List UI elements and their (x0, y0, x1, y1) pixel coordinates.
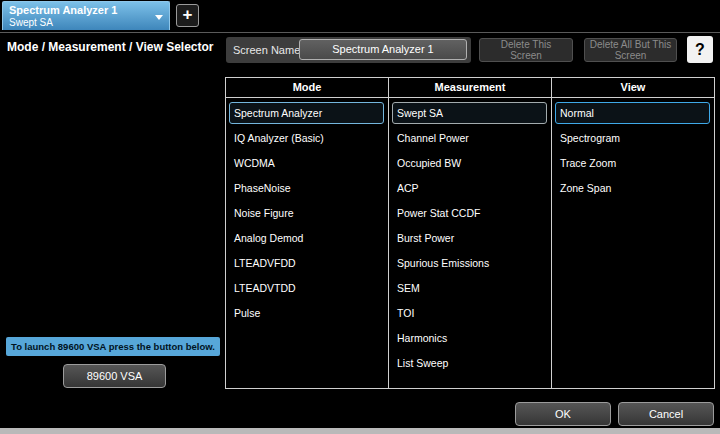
chevron-down-icon (155, 15, 163, 20)
selector-item-iq-analyzer-basic[interactable]: IQ Analyzer (Basic) (229, 127, 384, 149)
selector-item-pulse[interactable]: Pulse (229, 302, 384, 324)
view-column-items: NormalSpectrogramTrace ZoomZone Span (552, 98, 714, 388)
vsa-launch-button[interactable]: 89600 VSA (63, 364, 166, 388)
screen-tab-title: Spectrum Analyzer 1 (9, 4, 153, 17)
mode-column-header: Mode (226, 78, 388, 98)
measurement-column-items: Swept SAChannel PowerOccupied BWACPPower… (389, 98, 551, 388)
selector-item-zone-span[interactable]: Zone Span (555, 177, 710, 199)
selector-item-wcdma[interactable]: WCDMA (229, 152, 384, 174)
selector-item-power-stat-ccdf[interactable]: Power Stat CCDF (392, 202, 547, 224)
ok-button[interactable]: OK (515, 402, 611, 426)
screen-name-panel: Screen Name Spectrum Analyzer 1 (226, 37, 471, 63)
vsa-info-banner: To launch 89600 VSA press the button bel… (6, 337, 220, 356)
selector-item-phasenoise[interactable]: PhaseNoise (229, 177, 384, 199)
selector-item-noise-figure[interactable]: Noise Figure (229, 202, 384, 224)
page-title: Mode / Measurement / View Selector (7, 40, 214, 54)
selector-item-lteadvtdd[interactable]: LTEADVTDD (229, 277, 384, 299)
measurement-column: Measurement Swept SAChannel PowerOccupie… (389, 78, 552, 388)
top-bar: Spectrum Analyzer 1 Swept SA + (0, 0, 720, 33)
screen-tab-subtitle: Swept SA (9, 17, 153, 29)
selector-item-channel-power[interactable]: Channel Power (392, 127, 547, 149)
delete-this-screen-button[interactable]: Delete This Screen (479, 38, 573, 62)
selector-item-spurious-emissions[interactable]: Spurious Emissions (392, 252, 547, 274)
selector-item-acp[interactable]: ACP (392, 177, 547, 199)
view-column-header: View (552, 78, 714, 98)
selector-item-burst-power[interactable]: Burst Power (392, 227, 547, 249)
bottom-edge-strip (0, 428, 720, 434)
add-screen-button[interactable]: + (176, 4, 199, 27)
help-button[interactable]: ? (687, 36, 713, 63)
selector-item-toi[interactable]: TOI (392, 302, 547, 324)
selector-item-analog-demod[interactable]: Analog Demod (229, 227, 384, 249)
delete-all-but-this-screen-button[interactable]: Delete All But This Screen (584, 38, 677, 62)
selector-item-occupied-bw[interactable]: Occupied BW (392, 152, 547, 174)
selector-item-spectrogram[interactable]: Spectrogram (555, 127, 710, 149)
selector-item-lteadvfdd[interactable]: LTEADVFDD (229, 252, 384, 274)
mode-column: Mode Spectrum AnalyzerIQ Analyzer (Basic… (226, 78, 389, 388)
selector-item-list-sweep[interactable]: List Sweep (392, 352, 547, 374)
screen-name-label: Screen Name (233, 44, 300, 56)
selector-item-harmonics[interactable]: Harmonics (392, 327, 547, 349)
cancel-button[interactable]: Cancel (618, 402, 714, 426)
screen-tab[interactable]: Spectrum Analyzer 1 Swept SA (2, 1, 170, 30)
measurement-column-header: Measurement (389, 78, 551, 98)
screen-name-input[interactable]: Spectrum Analyzer 1 (299, 39, 467, 60)
view-column: View NormalSpectrogramTrace ZoomZone Spa… (552, 78, 714, 388)
mode-column-items: Spectrum AnalyzerIQ Analyzer (Basic)WCDM… (226, 98, 388, 388)
selector-item-swept-sa[interactable]: Swept SA (392, 102, 547, 124)
mode-measurement-view-table: Mode Spectrum AnalyzerIQ Analyzer (Basic… (225, 77, 715, 389)
selector-item-spectrum-analyzer[interactable]: Spectrum Analyzer (229, 102, 384, 124)
selector-item-normal[interactable]: Normal (555, 102, 710, 124)
selector-item-trace-zoom[interactable]: Trace Zoom (555, 152, 710, 174)
selector-item-sem[interactable]: SEM (392, 277, 547, 299)
